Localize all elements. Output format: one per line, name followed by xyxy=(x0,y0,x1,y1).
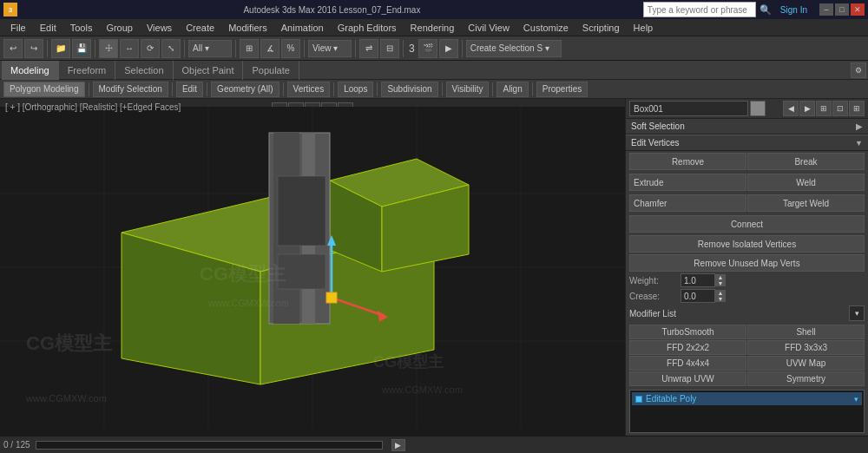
panel-nav-btn2[interactable]: ▶ xyxy=(799,101,815,116)
break-btn[interactable]: Break xyxy=(747,153,865,170)
connect-row: Connect xyxy=(629,215,865,233)
toolbar-sep-4 xyxy=(235,40,236,57)
timeline-slider[interactable] xyxy=(36,441,383,450)
maximize-btn[interactable]: □ xyxy=(835,3,849,16)
weight-down[interactable]: ▼ xyxy=(715,280,726,286)
tab-selection[interactable]: Selection xyxy=(115,61,173,80)
toolbar-mirror[interactable]: ⇌ xyxy=(359,39,378,58)
sub-align[interactable]: Align xyxy=(496,82,528,97)
crease-input[interactable] xyxy=(681,289,715,303)
toolbar-render-setup[interactable]: 🎬 xyxy=(418,39,437,58)
modifier-list-box: Editable Poly ▾ xyxy=(629,390,865,433)
toolbar-create-selection[interactable]: Create Selection S ▾ xyxy=(466,40,562,57)
toolbar-align[interactable]: ⊟ xyxy=(380,39,399,58)
menu-civil-view[interactable]: Civil View xyxy=(461,22,516,34)
edit-vertices-header[interactable]: Edit Vertices ▼ xyxy=(626,135,868,151)
menu-edit[interactable]: Edit xyxy=(33,22,63,34)
mod-ffd4x4x4[interactable]: FFD 4x4x4 xyxy=(629,356,746,371)
sub-geometry-all[interactable]: Geometry (All) xyxy=(211,82,279,97)
chamfer-btn[interactable]: Chamfer xyxy=(629,194,746,212)
menu-tools[interactable]: Tools xyxy=(63,22,100,34)
crease-up[interactable]: ▲ xyxy=(715,290,726,296)
viewport[interactable]: [ + ] [Orthographic] [Realistic] [+Edged… xyxy=(0,99,625,436)
sign-in-btn[interactable]: Sign In xyxy=(780,5,807,15)
toolbar-select[interactable]: ☩ xyxy=(99,39,118,58)
mod-shell[interactable]: Shell xyxy=(747,325,865,339)
extrude-btn[interactable]: Extrude xyxy=(629,174,746,191)
weight-input[interactable] xyxy=(681,273,715,287)
mod-unwrap-uvw[interactable]: Unwrap UVW xyxy=(629,371,746,386)
weld-btn[interactable]: Weld xyxy=(747,174,865,191)
object-name-input[interactable] xyxy=(629,101,748,116)
mod-ffd3x3x3[interactable]: FFD 3x3x3 xyxy=(747,340,865,355)
menu-customize[interactable]: Customize xyxy=(516,22,575,34)
weight-row: Weight: ▲ ▼ xyxy=(626,272,868,288)
sub-modify-selection[interactable]: Modify Selection xyxy=(93,82,168,97)
play-btn[interactable]: ▶ xyxy=(391,439,405,451)
menu-rendering[interactable]: Rendering xyxy=(404,22,462,34)
sub-visibility[interactable]: Visibility xyxy=(446,82,490,97)
menu-help[interactable]: Help xyxy=(627,22,661,34)
soft-selection-header[interactable]: Soft Selection ▶ xyxy=(626,119,868,135)
sub-sep-7 xyxy=(442,82,443,96)
tab-settings-btn[interactable]: ⚙ xyxy=(851,62,866,78)
sub-edit[interactable]: Edit xyxy=(176,82,203,97)
mod-turbossmooth[interactable]: TurboSmooth xyxy=(629,325,746,339)
search-input[interactable] xyxy=(643,2,756,17)
panel-nav-btn3[interactable]: ⊞ xyxy=(816,101,832,116)
weight-up[interactable]: ▲ xyxy=(715,274,726,280)
mod-uvw-map[interactable]: UVW Map xyxy=(747,356,865,371)
crease-down[interactable]: ▼ xyxy=(715,296,726,302)
tab-freeform[interactable]: Freeform xyxy=(59,61,116,80)
toolbar-undo[interactable]: ↩ xyxy=(3,39,23,58)
sub-vertices[interactable]: Vertices xyxy=(287,82,331,97)
toolbar-filter-dropdown[interactable]: All ▾ xyxy=(188,40,232,57)
toolbar-snap[interactable]: ⊞ xyxy=(240,39,259,58)
remove-btn[interactable]: Remove xyxy=(629,153,746,170)
status-bar: 0 / 125 ▶ xyxy=(0,436,868,453)
sub-subdivision[interactable]: Subdivision xyxy=(381,82,437,97)
menu-views[interactable]: Views xyxy=(140,22,179,34)
panel-nav-btn5[interactable]: ⊞ xyxy=(849,101,865,116)
search-icon[interactable]: 🔍 xyxy=(760,4,772,16)
modifier-dropdown-btn[interactable]: ▾ xyxy=(849,305,865,321)
menu-group[interactable]: Group xyxy=(99,22,140,34)
menu-scripting[interactable]: Scripting xyxy=(575,22,627,34)
toolbar-open[interactable]: 📁 xyxy=(51,39,70,58)
sub-loops[interactable]: Loops xyxy=(338,82,373,97)
connect-btn[interactable]: Connect xyxy=(629,215,865,233)
remove-break-row: Remove Break xyxy=(629,153,865,170)
object-color-btn[interactable] xyxy=(750,101,766,116)
toolbar-render[interactable]: ▶ xyxy=(439,39,458,58)
tab-populate[interactable]: Populate xyxy=(243,61,299,80)
toolbar-move[interactable]: ↔ xyxy=(120,39,139,58)
toolbar-rotate[interactable]: ⟳ xyxy=(141,39,160,58)
panel-nav-btn4[interactable]: ⊡ xyxy=(832,101,848,116)
remove-unused-btn[interactable]: Remove Unused Map Verts xyxy=(629,254,865,272)
tab-modeling[interactable]: Modeling xyxy=(2,61,59,80)
mod-ffd2x2x2[interactable]: FFD 2x2x2 xyxy=(629,340,746,355)
toolbar-percent-snap[interactable]: % xyxy=(281,39,300,58)
toolbar-save[interactable]: 💾 xyxy=(72,39,91,58)
target-weld-btn[interactable]: Target Weld xyxy=(747,194,865,212)
panel-nav-btn[interactable]: ◀ xyxy=(783,101,799,116)
mod-symmetry[interactable]: Symmetry xyxy=(747,371,865,386)
menu-file[interactable]: File xyxy=(3,22,33,34)
soft-sel-collapse-icon: ▶ xyxy=(856,121,863,131)
minimize-btn[interactable]: – xyxy=(819,3,833,16)
menu-modifiers[interactable]: Modifiers xyxy=(221,22,274,34)
toolbar-redo[interactable]: ↪ xyxy=(24,39,43,58)
close-btn[interactable]: ✕ xyxy=(851,3,865,16)
toolbar-view-dropdown[interactable]: View ▾ xyxy=(308,40,352,57)
toolbar-angle-snap[interactable]: ∡ xyxy=(260,39,279,58)
toolbar-scale[interactable]: ⤡ xyxy=(161,39,181,58)
remove-isolated-btn[interactable]: Remove Isolated Vertices xyxy=(629,235,865,253)
menu-create[interactable]: Create xyxy=(179,22,221,34)
toolbar-sep-2 xyxy=(95,40,95,57)
sub-properties[interactable]: Properties xyxy=(536,82,589,97)
menu-animation[interactable]: Animation xyxy=(274,22,331,34)
sub-polygon-modeling[interactable]: Polygon Modeling xyxy=(3,82,85,97)
editable-poly-item[interactable]: Editable Poly ▾ xyxy=(632,392,862,405)
tab-object-paint[interactable]: Object Paint xyxy=(174,61,244,80)
menu-graph-editors[interactable]: Graph Editors xyxy=(331,22,404,34)
